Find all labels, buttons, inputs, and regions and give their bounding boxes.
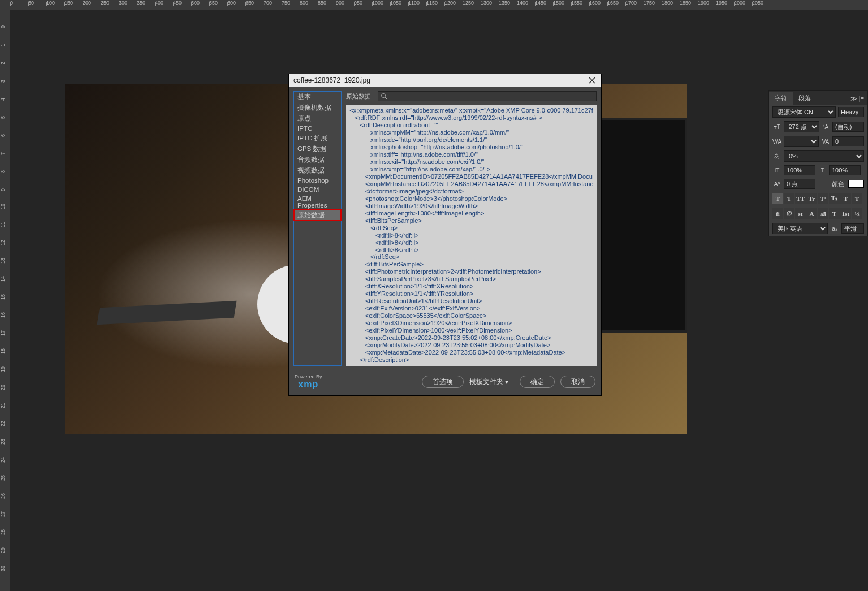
ruler-tick: 1400 [517, 0, 535, 6]
ruler-tick: 500 [191, 0, 209, 6]
opentype-button[interactable]: ∅ [784, 208, 794, 219]
ruler-tick: 1150 [426, 0, 444, 6]
ruler-tick: 850 [318, 0, 336, 6]
category-item[interactable]: 原点 [294, 113, 341, 124]
scale-select[interactable]: 0% [784, 150, 864, 162]
ruler-tick: 0 [0, 10, 6, 28]
category-item[interactable]: 音频数据 [294, 154, 341, 165]
category-item[interactable]: IPTC [294, 124, 341, 133]
ruler-tick: 9 [0, 173, 6, 191]
opentype-button[interactable]: st [795, 208, 806, 219]
ruler-origin[interactable] [0, 0, 10, 10]
templates-dropdown[interactable]: 模板文件夹 ▾ [469, 377, 508, 387]
tab-character[interactable]: 字符 [769, 92, 793, 105]
raw-xml-text[interactable]: <x:xmpmeta xmlns:x="adobe:ns:meta/" x:xm… [346, 105, 597, 366]
category-item[interactable]: AEM Properties [294, 194, 341, 210]
ruler-tick: 1800 [662, 0, 680, 6]
ruler-tick: 2050 [752, 0, 770, 6]
text-color-swatch[interactable] [848, 180, 864, 188]
character-panel: 字符 段落 ≫ |≡ 思源宋体 CN ᴛT 272 点 ᵗA V/A VA あ … [768, 90, 868, 236]
ruler-tick: 0 [10, 0, 28, 6]
ruler-tick: 19 [0, 354, 6, 372]
font-size-select[interactable]: 272 点 [784, 121, 819, 132]
opentype-button[interactable]: A [806, 208, 817, 219]
kerning-select[interactable] [784, 136, 819, 147]
ruler-tick: 650 [245, 0, 264, 6]
ruler-tick: 24 [0, 445, 6, 463]
type-style-button[interactable]: Tr [806, 193, 817, 204]
opentype-button[interactable]: 1st [840, 208, 851, 219]
ruler-tick: 1000 [372, 0, 390, 6]
ruler-tick: 50 [28, 0, 46, 6]
ruler-tick: 13 [0, 245, 6, 264]
category-item[interactable]: DICOM [294, 185, 341, 194]
type-style-button[interactable]: Ŧ [852, 193, 862, 204]
category-item[interactable]: 摄像机数据 [294, 102, 341, 113]
type-style-button[interactable]: T [784, 193, 794, 204]
font-size-icon: ᴛT [772, 123, 781, 131]
ruler-tick: 3 [0, 64, 6, 83]
photo-book [97, 301, 236, 325]
ruler-tick: 5 [0, 101, 6, 119]
category-item[interactable]: GPS 数据 [294, 144, 341, 154]
font-family-select[interactable]: 思源宋体 CN [772, 106, 836, 118]
category-item[interactable]: Photoshop [294, 176, 341, 185]
aa-icon: aₐ [830, 225, 839, 232]
category-item[interactable]: 基本 [294, 92, 341, 102]
type-style-button[interactable]: T [772, 193, 783, 204]
panel-menu-icon[interactable]: ≫ |≡ [847, 93, 867, 105]
ruler-tick: 300 [119, 0, 137, 6]
opentype-button[interactable]: aā [818, 208, 828, 219]
opentype-button[interactable]: ½ [852, 208, 862, 219]
ruler-tick: 6 [0, 119, 6, 137]
ruler-vertical[interactable]: 0123456789101112131415161718192021222324… [0, 10, 10, 591]
ruler-tick: 600 [227, 0, 245, 6]
category-item[interactable]: 原始数据 [294, 210, 341, 221]
raw-data-label: 原始数据 [346, 92, 371, 101]
type-style-button[interactable]: T [840, 193, 851, 204]
horizontal-scale-input[interactable] [829, 165, 861, 175]
ruler-tick: 21 [0, 390, 6, 408]
ruler-tick: 22 [0, 408, 6, 426]
close-icon[interactable] [588, 76, 597, 85]
ruler-tick: 700 [264, 0, 282, 6]
ruler-tick: 1900 [698, 0, 716, 6]
metadata-search[interactable] [378, 91, 597, 101]
ruler-tick: 2000 [734, 0, 752, 6]
type-style-button[interactable]: TT [795, 193, 806, 204]
baseline-shift-input[interactable] [784, 179, 815, 189]
tracking-input[interactable] [832, 136, 864, 146]
ruler-tick: 750 [282, 0, 300, 6]
ruler-horizontal[interactable]: 0501001502002503003504004505005506006507… [10, 0, 868, 10]
ruler-tick: 550 [209, 0, 227, 6]
opentype-button[interactable]: T [829, 208, 840, 219]
ruler-tick: 1350 [499, 0, 517, 6]
ruler-tick: 29 [0, 535, 6, 553]
ruler-tick: 1 [0, 28, 6, 46]
type-style-button[interactable]: T¹ [818, 193, 828, 204]
scale-icon: あ [772, 152, 781, 160]
ruler-tick: 16 [0, 300, 6, 318]
ruler-tick: 30 [0, 553, 6, 571]
cancel-button[interactable]: 取消 [560, 376, 595, 388]
category-item[interactable]: 视频数据 [294, 165, 341, 176]
search-input[interactable] [390, 93, 594, 100]
xmp-branding: Powered By xmp [295, 374, 322, 390]
xmp-logo: xmp [298, 379, 318, 390]
vertical-scale-input[interactable] [784, 165, 815, 175]
category-item[interactable]: IPTC 扩展 [294, 133, 341, 144]
leading-input[interactable] [832, 122, 864, 132]
type-style-button[interactable]: T₁ [829, 193, 840, 204]
dialog-titlebar[interactable]: coffee-1283672_1920.jpg [289, 74, 601, 87]
ruler-tick: 4 [0, 83, 6, 101]
font-style-input[interactable] [838, 107, 864, 117]
preferences-button[interactable]: 首选项 [422, 376, 464, 388]
ruler-tick: 27 [0, 499, 6, 517]
antialias-select[interactable] [841, 223, 864, 234]
ruler-tick: 11 [0, 209, 6, 227]
ruler-tick: 18 [0, 336, 6, 354]
tab-paragraph[interactable]: 段落 [793, 92, 817, 105]
language-select[interactable]: 美国英语 [772, 223, 828, 234]
ok-button[interactable]: 确定 [520, 376, 555, 388]
opentype-button[interactable]: fi [772, 208, 783, 219]
